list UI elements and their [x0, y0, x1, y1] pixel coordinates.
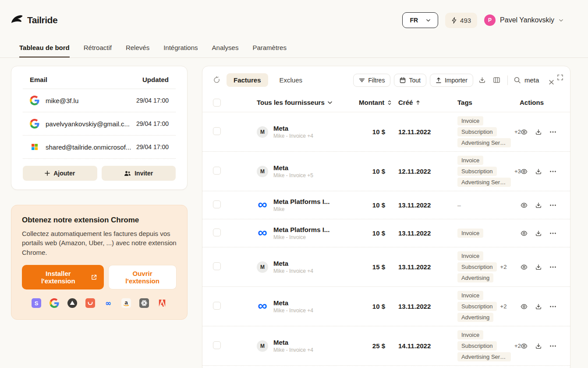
- more-actions-button[interactable]: [549, 128, 557, 136]
- expand-button[interactable]: [556, 73, 565, 82]
- invoice-date: 14.11.2022: [398, 342, 457, 350]
- open-extension-button[interactable]: Ouvrir l'extension: [108, 265, 177, 289]
- no-tags-mark: –: [457, 202, 461, 209]
- columns-button[interactable]: [491, 75, 502, 86]
- email-address: shared@tailride.onmicrosof...: [46, 143, 136, 151]
- provider-icon: [30, 96, 39, 105]
- preview-button[interactable]: [520, 201, 528, 210]
- invoice-date: 13.11.2022: [398, 263, 457, 271]
- nav-tab-param-tres[interactable]: Paramètres: [252, 40, 287, 57]
- download-icon: [535, 168, 542, 175]
- preview-button[interactable]: [520, 229, 528, 238]
- clear-search-button[interactable]: [547, 78, 556, 87]
- download-button[interactable]: [534, 342, 543, 350]
- supplier-name: Meta: [273, 260, 313, 267]
- tab-factures[interactable]: Factures: [227, 73, 268, 87]
- invoices-toolbar: Factures Exclues Filtres Tout Importer: [202, 66, 570, 93]
- table-row: M Meta Mike - Invoice +4 10 $ 12.11.2022…: [202, 112, 570, 152]
- nav-tab-tableau-de-bord[interactable]: Tableau de bord: [19, 40, 70, 57]
- sort-created[interactable]: Créé: [398, 99, 457, 106]
- language-selector[interactable]: FR: [402, 12, 438, 28]
- preview-button[interactable]: [520, 263, 528, 272]
- install-extension-label: Installer l'extension: [29, 270, 88, 285]
- google-icon: [50, 298, 59, 308]
- brand-google-icon: [50, 298, 59, 308]
- row-checkbox[interactable]: [213, 200, 221, 208]
- email-account-row[interactable]: shared@tailride.onmicrosof... 29/04 17:0…: [23, 136, 176, 159]
- preview-button[interactable]: [520, 302, 528, 311]
- uber-eats-icon: [85, 298, 95, 308]
- ellipsis-icon: [549, 129, 556, 136]
- email-updated: 29/04 17:00: [136, 120, 169, 127]
- refresh-button[interactable]: [211, 75, 222, 86]
- download-all-button[interactable]: [477, 75, 488, 86]
- nav-tab-relev-s[interactable]: Relevés: [126, 40, 149, 57]
- row-checkbox[interactable]: [213, 229, 221, 236]
- meta-logo-icon: ∞: [258, 299, 267, 312]
- row-checkbox[interactable]: [213, 167, 221, 175]
- download-button[interactable]: [534, 302, 543, 311]
- table-header: Tous les fournisseurs Montant Créé Tags …: [202, 93, 570, 112]
- ellipsis-icon: [549, 230, 556, 237]
- user-menu[interactable]: P Pavel Yankovskiy: [484, 14, 563, 26]
- download-button[interactable]: [534, 128, 543, 136]
- email-account-row[interactable]: mike@3f.lu 29/04 17:00: [23, 89, 176, 112]
- invoice-amount: 25 $: [359, 342, 398, 350]
- row-checkbox[interactable]: [213, 341, 221, 349]
- supplier-name: Meta Platforms I...: [273, 226, 329, 233]
- upload-icon: [436, 77, 442, 83]
- nav-tab-r-troactif[interactable]: Rétroactif: [84, 40, 112, 57]
- download-button[interactable]: [534, 201, 543, 210]
- row-checkbox[interactable]: [213, 302, 221, 310]
- tags-list: InvoiceSubscriptionAdvertising: [457, 251, 497, 282]
- credits-badge[interactable]: 493: [445, 13, 477, 28]
- download-button[interactable]: [534, 229, 543, 238]
- tags-list: InvoiceSubscriptionAdvertising Servi...: [457, 116, 511, 147]
- download-icon: [478, 76, 486, 84]
- tag-pill: Invoice: [457, 251, 483, 261]
- row-checkbox[interactable]: [213, 127, 221, 135]
- provider-icon: [30, 119, 39, 129]
- email-account-row[interactable]: pavelvyankovskiy@gmail.c... 29/04 17:00: [23, 112, 176, 136]
- download-button[interactable]: [534, 263, 543, 272]
- more-actions-button[interactable]: [549, 302, 557, 311]
- preview-button[interactable]: [520, 342, 528, 350]
- supplier-filter-dropdown[interactable]: Tous les fournisseurs: [239, 99, 359, 106]
- eye-icon: [521, 168, 528, 175]
- brand-vercel-icon: [67, 298, 77, 308]
- email-updated: 29/04 17:00: [136, 97, 169, 104]
- invoice-amount: 10 $: [359, 168, 398, 175]
- email-address: mike@3f.lu: [46, 97, 136, 104]
- download-button[interactable]: [534, 167, 543, 176]
- preview-button[interactable]: [520, 128, 528, 136]
- invoice-amount: 15 $: [359, 263, 398, 271]
- date-range-button[interactable]: Tout: [394, 74, 426, 87]
- search-icon: [514, 77, 521, 83]
- import-button[interactable]: Importer: [430, 74, 473, 87]
- table-row: ∞ Meta Platforms I... Mike 10 $ 13.11.20…: [202, 191, 570, 219]
- supplier-logo: ∞: [257, 301, 268, 312]
- nav-tab-int-grations[interactable]: Intégrations: [163, 40, 198, 57]
- more-actions-button[interactable]: [549, 167, 557, 176]
- tab-exclues[interactable]: Exclues: [280, 76, 303, 84]
- supplier-subtitle: Mike - Invoice +5: [273, 172, 313, 179]
- sort-amount[interactable]: Montant: [359, 99, 398, 106]
- more-actions-button[interactable]: [549, 263, 557, 272]
- close-icon: [549, 79, 554, 85]
- email-address: pavelvyankovskiy@gmail.c...: [46, 120, 136, 128]
- preview-button[interactable]: [520, 167, 528, 176]
- select-all-checkbox[interactable]: [213, 99, 221, 107]
- more-actions-button[interactable]: [549, 342, 557, 350]
- meta-logo-icon: ∞: [258, 198, 267, 211]
- more-actions-button[interactable]: [549, 229, 557, 238]
- nav-tab-analyses[interactable]: Analyses: [212, 40, 239, 57]
- filters-button[interactable]: Filtres: [353, 74, 390, 87]
- more-actions-button[interactable]: [549, 201, 557, 210]
- tags-list: InvoiceSubscriptionAdvertising: [457, 291, 497, 322]
- row-checkbox[interactable]: [213, 262, 221, 270]
- supplier-subtitle: Mike - Invoice: [273, 234, 329, 240]
- download-icon: [535, 129, 542, 136]
- add-email-button[interactable]: Ajouter: [23, 166, 97, 181]
- invite-button[interactable]: Inviter: [102, 166, 176, 181]
- install-extension-button[interactable]: Installer l'extension: [22, 265, 104, 289]
